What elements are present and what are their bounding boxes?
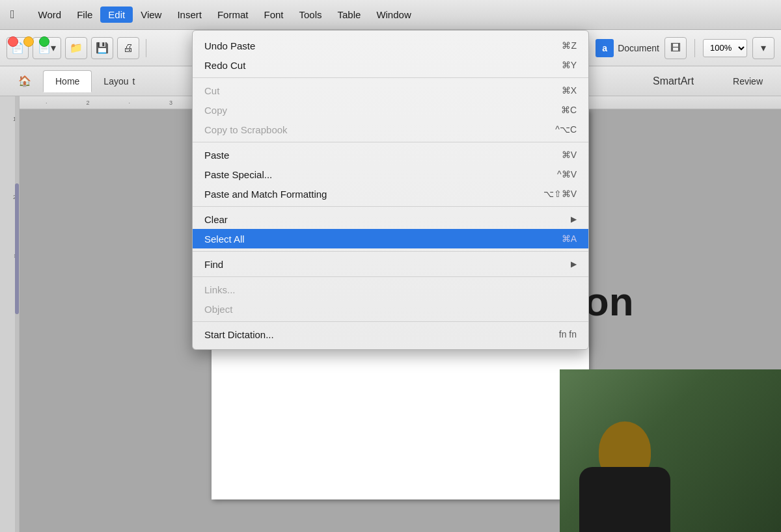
- menu-section-paste: Paste ⌘V Paste Special... ^⌘V Paste and …: [193, 142, 588, 205]
- menu-section-undoredo: Undo Paste ⌘Z Redo Cut ⌘Y: [193, 34, 588, 76]
- menu-edit[interactable]: Edit: [100, 7, 133, 23]
- menu-view[interactable]: View: [133, 7, 169, 23]
- menu-window[interactable]: Window: [368, 7, 418, 23]
- save-button[interactable]: 💾: [91, 37, 113, 59]
- menu-links[interactable]: Links...: [193, 280, 588, 299]
- person-body: [579, 467, 670, 532]
- menu-find[interactable]: Find ▶: [193, 254, 588, 274]
- tab-smartart[interactable]: SmartArt: [641, 70, 706, 92]
- apple-menu[interactable]: : [5, 8, 20, 21]
- open-button[interactable]: 📁: [65, 37, 87, 59]
- tab-home[interactable]: Home: [43, 70, 92, 92]
- menu-format[interactable]: Format: [210, 7, 256, 23]
- tab-home-icon[interactable]: 🏠: [7, 70, 43, 92]
- doc-icon: a: [596, 39, 614, 57]
- menu-table[interactable]: Table: [330, 7, 369, 23]
- vertical-scrollbar[interactable]: [15, 96, 19, 532]
- media-button[interactable]: 🎞: [665, 37, 687, 59]
- menu-start-dictation[interactable]: Start Dictation... fn fn: [193, 325, 588, 344]
- menu-insert[interactable]: Insert: [169, 7, 210, 23]
- toolbar-sep-2: [694, 39, 695, 57]
- menu-object[interactable]: Object: [193, 299, 588, 319]
- print-button[interactable]: 🖨: [117, 37, 139, 59]
- ribbon-right: SmartArt Review: [641, 70, 774, 92]
- menu-section-find: Find ▶: [193, 251, 588, 275]
- toolbar-sep-1: [146, 39, 146, 57]
- menu-paste-special[interactable]: Paste Special... ^⌘V: [193, 165, 588, 184]
- media-icon-area: 🎞: [665, 37, 687, 59]
- edit-menu: Undo Paste ⌘Z Redo Cut ⌘Y Cut ⌘X Copy ⌘C…: [192, 30, 589, 350]
- menu-undo-paste[interactable]: Undo Paste ⌘Z: [193, 36, 588, 55]
- zoom-select[interactable]: 100% 75% 125% 150%: [703, 39, 747, 57]
- menu-bar:  Word File Edit View Insert Format Font…: [0, 0, 781, 30]
- menu-section-dictation: Start Dictation... fn fn: [193, 321, 588, 345]
- document-name: Document: [618, 43, 659, 53]
- menu-section-select: Clear ▶ Select All ⌘A: [193, 206, 588, 250]
- menu-select-all[interactable]: Select All ⌘A: [193, 229, 588, 248]
- menu-word[interactable]: Word: [31, 7, 70, 23]
- menu-tools[interactable]: Tools: [291, 7, 329, 23]
- document-icon-area: a Document: [596, 39, 659, 57]
- menu-file[interactable]: File: [69, 7, 100, 23]
- menu-paste[interactable]: Paste ⌘V: [193, 145, 588, 165]
- menu-cut[interactable]: Cut ⌘X: [193, 81, 588, 100]
- close-button[interactable]: [8, 36, 18, 47]
- menu-clear[interactable]: Clear ▶: [193, 209, 588, 229]
- minimize-button[interactable]: [23, 36, 34, 47]
- menu-paste-match-formatting[interactable]: Paste and Match Formatting ⌥⇧⌘V: [193, 184, 588, 204]
- menu-font[interactable]: Font: [256, 7, 291, 23]
- zoom-dropdown-button[interactable]: ▾: [752, 37, 774, 59]
- maximize-button[interactable]: [39, 36, 49, 47]
- scrollbar-thumb[interactable]: [15, 183, 19, 314]
- document-image: [560, 369, 781, 532]
- menu-section-links: Links... Object: [193, 276, 588, 320]
- menu-copy[interactable]: Copy ⌘C: [193, 100, 588, 120]
- window-controls: [8, 36, 49, 47]
- tab-review[interactable]: Review: [721, 70, 774, 92]
- menu-section-clipboard: Cut ⌘X Copy ⌘C Copy to Scrapbook ^⌥C: [193, 77, 588, 140]
- tab-layout[interactable]: Layout: [92, 71, 146, 92]
- menu-copy-scrapbook[interactable]: Copy to Scrapbook ^⌥C: [193, 120, 588, 139]
- menu-redo-cut[interactable]: Redo Cut ⌘Y: [193, 55, 588, 75]
- vertical-ruler: 1 · 2 ↕: [0, 96, 20, 532]
